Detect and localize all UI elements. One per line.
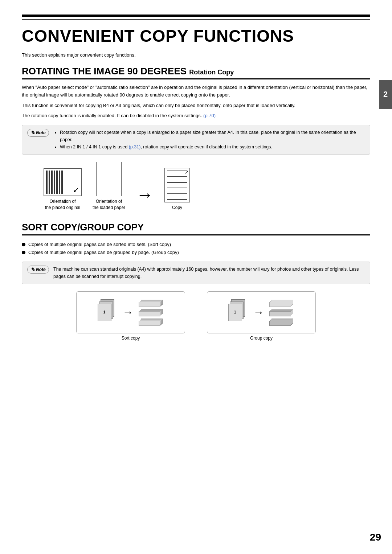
paper-diagram <box>96 162 122 196</box>
copy-label: Copy <box>172 205 182 211</box>
rotation-note-bullet-2: When 2 IN 1 / 4 IN 1 copy is used (p.31)… <box>60 143 365 151</box>
group-copy-container: 3 2 1 → <box>207 291 316 341</box>
group-input-stack: 3 2 1 <box>228 299 248 325</box>
sort-bullet-2: Copies of multiple original pages can be… <box>22 249 370 257</box>
sort-bullet-list: Copies of multiple original pages can be… <box>22 241 370 257</box>
sort-input-stack: 3 2 1 <box>98 299 118 325</box>
rotation-note-bullet-1: Rotation copy will not operate when a co… <box>60 129 365 143</box>
chapter-tab: 2 <box>379 80 392 109</box>
rotation-note-box: ✎ Note Rotation copy will not operate wh… <box>22 125 370 155</box>
sort-copy-box: 3 2 1 → <box>76 291 185 333</box>
sort-note-label: ✎ Note <box>27 266 49 274</box>
group-output <box>269 300 295 327</box>
sort-note-box: ✎ Note The machine can scan standard ori… <box>22 262 370 284</box>
paper-diagram-item: Orientation of the loaded paper <box>93 162 125 211</box>
top-border-thick <box>22 15 370 17</box>
rotation-note-label: ✎ Note <box>27 129 49 137</box>
rotation-body1: When "Auto paper select mode" or "automa… <box>22 84 370 99</box>
sort-output <box>139 300 164 327</box>
group-arrow: → <box>253 306 264 319</box>
sort-copy-label: Sort copy <box>122 336 140 341</box>
copy-diagram-item: ↗ Copy <box>164 168 190 211</box>
sort-copy-container: 3 2 1 → <box>76 291 185 341</box>
original-label: Orientation of the placed original <box>45 198 80 211</box>
sort-note-content: The machine can scan standard originals … <box>53 266 365 280</box>
sort-inner: 3 2 1 → <box>98 298 164 327</box>
paper-label: Orientation of the loaded paper <box>93 198 125 211</box>
intro-text: This section explains major convenient c… <box>22 52 370 58</box>
rotation-section-title: ROTATING THE IMAGE 90 DEGREES Rotation C… <box>22 66 370 79</box>
chapter-number: 2 <box>383 90 388 99</box>
rotation-diagrams: ↙ Orientation of the placed original Ori… <box>44 162 370 211</box>
rotation-body3: The rotation copy function is initially … <box>22 112 370 120</box>
sort-arrow: → <box>123 306 134 319</box>
rotation-note-content: Rotation copy will not operate when a co… <box>53 129 365 151</box>
original-diagram: ↙ <box>44 168 82 196</box>
copy-diagram: ↗ <box>164 168 190 202</box>
group-copy-box: 3 2 1 → <box>207 291 316 333</box>
sort-group-diagrams: 3 2 1 → <box>22 291 370 341</box>
rotation-body2: This function is convenient for copying … <box>22 102 370 110</box>
sort-bullet-1: Copies of multiple original pages can be… <box>22 241 370 249</box>
rotation-arrow: → <box>136 186 154 204</box>
group-copy-label: Group copy <box>250 336 273 341</box>
group-inner: 3 2 1 → <box>228 298 295 327</box>
top-border-thin <box>22 19 370 20</box>
sort-section-title: SORT COPY/GROUP COPY <box>22 222 370 235</box>
original-diagram-item: ↙ Orientation of the placed original <box>44 168 82 211</box>
page-title: CONVENIENT COPY FUNCTIONS <box>22 26 370 46</box>
page-number: 29 <box>370 532 381 543</box>
p70-link[interactable]: (p.70) <box>203 113 216 118</box>
